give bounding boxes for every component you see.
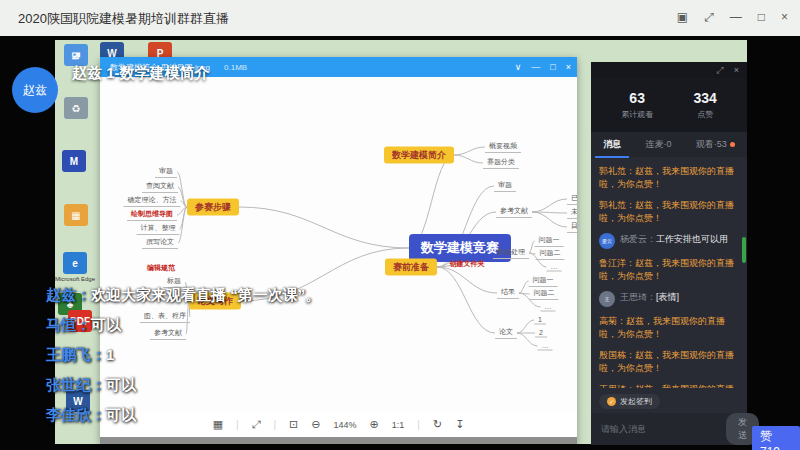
mindmap-node: …: [541, 303, 556, 312]
minimize-icon[interactable]: —: [531, 62, 540, 72]
mindmap-node: 赛题分类: [483, 157, 519, 169]
mindmap-node: 绘制思维导图: [127, 209, 177, 221]
overlay-chat-line: 赵兹：欢迎大家来观看直播 “第一次课”。: [46, 286, 320, 305]
notice-message: 鲁江洋：赵兹，我来围观你的直播啦，为你点赞！: [599, 257, 739, 283]
mindmap-node: 审题: [494, 180, 516, 192]
stat-value: 334: [693, 90, 716, 106]
maximize-icon[interactable]: □: [550, 62, 555, 72]
mindmap-node: 概要视频: [485, 141, 521, 153]
stat-value: 63: [621, 90, 653, 106]
mindmap-node: 2: [535, 329, 547, 338]
app-window-controls: ▣⤢—□×: [677, 8, 788, 26]
stat-label: 点赞: [693, 109, 716, 120]
overlay-chat-name: 马恒：: [46, 316, 91, 333]
stat-点赞: 334点赞: [693, 90, 716, 120]
signin-label: 发起签到: [620, 396, 652, 407]
chat-panel-header: ⤢×: [591, 62, 747, 78]
close-icon[interactable]: ×: [781, 8, 788, 26]
overlay-chat-line: 张世纪：可以: [46, 376, 320, 395]
tab-消息[interactable]: 消息: [601, 134, 623, 155]
sep3: |: [417, 419, 420, 430]
notice-message: 殷国栋：赵兹，我来围观你的直播啦，为你点赞！: [599, 349, 739, 375]
edge-icon-label: Microsoft Edge: [49, 276, 101, 282]
signin-button[interactable]: ✓ 发起签到: [599, 394, 660, 409]
mindmap-node: 数据处理: [493, 247, 529, 259]
collapse-icon[interactable]: ∨: [515, 62, 522, 72]
close-icon[interactable]: ×: [734, 65, 739, 75]
overlay-chat: 赵兹：欢迎大家来观看直播 “第一次课”。马恒：可以王鹏飞：1张世纪：可以李佳欣：…: [46, 286, 320, 436]
chat-input-row: 发送: [591, 413, 747, 445]
edge-icon[interactable]: e: [63, 252, 87, 274]
minimize-icon[interactable]: —: [730, 8, 742, 26]
mindmap-node: 问题二: [530, 288, 559, 300]
mindmap-node: 查阅文献: [142, 181, 178, 193]
overlay-chat-text: 可以: [106, 406, 136, 423]
overlay-chat-text: 可以: [106, 376, 136, 393]
mindmap-node: 目录: [567, 221, 577, 233]
popout-icon[interactable]: ⤢: [717, 65, 724, 76]
photo-app-icon[interactable]: ▦: [64, 204, 88, 226]
rotate-icon[interactable]: ↻: [433, 418, 442, 431]
viewer-window-controls: ∨—□×: [515, 57, 571, 77]
like-button[interactable]: 赞 719: [752, 426, 800, 450]
stat-累计观看: 63累计观看: [621, 90, 653, 120]
mindmap-node: 编辑规范: [147, 263, 175, 273]
horizontal-scrollbar[interactable]: [100, 437, 577, 444]
viewers-dot-icon: [730, 142, 735, 147]
chat-user-name: 王思琦：: [620, 292, 656, 302]
mindmap-node: 问题二: [536, 248, 565, 260]
download-icon[interactable]: ↧: [455, 418, 464, 431]
overlay-chat-line: 马恒：可以: [46, 316, 320, 335]
math-app-icon[interactable]: M: [62, 150, 86, 172]
chat-message: 王王思琦：[表情]: [599, 291, 739, 307]
mindmap-node: 确定理论、方法: [124, 195, 181, 207]
app-titlebar: 2020陕国职院建模暑期培训群群直播 ▣⤢—□×: [0, 0, 800, 36]
chat-message-list[interactable]: 郭礼范：赵兹，我来围观你的直播啦，为你点赞！郭礼范：赵兹，我来围观你的直播啦，为…: [591, 157, 747, 388]
chat-message: 爱云杨爱云：工作安排也可以用: [599, 233, 739, 249]
user-avatar: 王: [599, 291, 615, 307]
chat-input[interactable]: [599, 423, 720, 435]
overlay-chat-text: 可以: [91, 316, 121, 333]
notice-message: 郭礼范：赵兹，我来围观你的直播啦，为你点赞！: [599, 199, 739, 225]
streamer-avatar: 赵兹: [12, 67, 58, 113]
overlay-chat-text: 欢迎大家来观看直播 “第一次课”。: [91, 286, 320, 303]
mindmap-node: 未读: [567, 207, 577, 219]
signin-icon: ✓: [607, 397, 616, 406]
mindmap-node: 结果: [497, 287, 519, 299]
recycle-bin-icon[interactable]: ♻: [64, 97, 88, 119]
overlay-chat-line: 王鹏飞：1: [46, 346, 320, 365]
chat-message-body: 杨爱云：工作安排也可以用: [620, 233, 728, 249]
zoom-level[interactable]: 144%: [334, 420, 357, 430]
one-to-one-icon[interactable]: 1:1: [392, 420, 405, 430]
tab-观看·53[interactable]: 观看·53: [694, 134, 737, 155]
overlay-chat-text: 1: [106, 346, 114, 363]
chat-message-body: 王思琦：[表情]: [620, 291, 679, 307]
tab-连麦·0[interactable]: 连麦·0: [643, 134, 673, 155]
overlay-chat-name: 王鹏飞：: [46, 346, 106, 363]
maximize-icon[interactable]: □: [758, 8, 765, 26]
theme-icon[interactable]: ▣: [677, 8, 688, 26]
mindmap-node: 赛前准备: [385, 259, 437, 276]
close-icon[interactable]: ×: [566, 62, 571, 72]
zoom-in-icon[interactable]: ⊕: [370, 418, 379, 431]
notice-message: 郭礼范：赵兹，我来围观你的直播啦，为你点赞！: [599, 165, 739, 191]
overlay-chat-name: 赵兹：: [46, 286, 91, 303]
live-chat-panel: ⤢× 63累计观看334点赞 消息连麦·0观看·53 郭礼范：赵兹，我来围观你的…: [591, 62, 747, 445]
mindmap-node: 已读: [567, 193, 577, 205]
mindmap-node: 参考文献: [496, 206, 532, 218]
notice-message: 高菊：赵兹，我来围观你的直播啦，为你点赞！: [599, 315, 739, 341]
chat-message-text: 工作安排也可以用: [656, 234, 728, 244]
mindmap-node: 创建文件夹: [450, 259, 485, 269]
mindmap-node: 数学建模简介: [384, 147, 454, 164]
tab-label: 观看·53: [696, 138, 727, 151]
chat-scrollbar[interactable]: [742, 237, 746, 263]
this-pc-icon[interactable]: 🖳: [64, 44, 88, 66]
mindmap-node: 问题一: [529, 275, 558, 287]
fullscreen-icon[interactable]: ⤢: [704, 8, 714, 26]
mindmap-node: 参赛步骤: [187, 199, 239, 216]
signin-row: ✓ 发起签到: [591, 388, 747, 413]
tab-label: 消息: [603, 138, 621, 151]
chat-user-name: 杨爱云：: [620, 234, 656, 244]
mindmap-node: 计算、整理: [137, 223, 180, 235]
overlay-chat-name: 张世纪：: [46, 376, 106, 393]
